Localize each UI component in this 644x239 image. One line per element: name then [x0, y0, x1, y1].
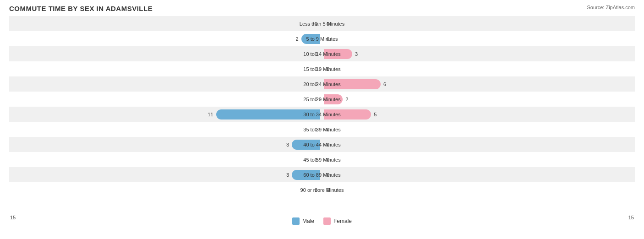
bar-female: 3 [324, 49, 352, 59]
female-value: 0 [327, 187, 329, 193]
chart-row: 3 40 to 44 Minutes 0 [9, 137, 635, 152]
left-section: 3 [9, 170, 322, 180]
male-value: 0 [315, 21, 317, 27]
right-section: 2 [322, 94, 635, 104]
bar-female: 6 [324, 79, 381, 89]
female-value: 0 [327, 21, 329, 27]
right-section: 6 [322, 79, 635, 89]
left-section: 0 [9, 185, 322, 195]
female-value: 0 [327, 36, 329, 42]
bar-male: 2 [301, 34, 320, 44]
chart-row: 3 60 to 89 Minutes 0 [9, 167, 635, 182]
female-value: 0 [327, 157, 329, 163]
legend: Male Female [292, 217, 352, 225]
bar-male: 11 [216, 109, 320, 120]
bar-female: 5 [324, 109, 371, 120]
male-value: 0 [315, 97, 317, 102]
male-value: 11 [207, 112, 213, 117]
left-section: 2 [9, 34, 322, 44]
female-value: 6 [383, 81, 386, 87]
left-section: 11 [9, 109, 322, 120]
male-value: 0 [315, 81, 317, 87]
male-value: 3 [286, 172, 289, 178]
right-section: 0 [322, 155, 635, 165]
left-section: 0 [9, 155, 322, 165]
left-section: 0 [9, 125, 322, 135]
female-value: 2 [345, 97, 348, 102]
male-value: 3 [286, 142, 289, 147]
right-section: 0 [322, 170, 635, 180]
bar-female: 2 [324, 94, 343, 104]
chart-row: 2 5 to 9 Minutes 0 [9, 31, 635, 46]
chart-row: 0 20 to 24 Minutes 6 [9, 76, 635, 92]
female-value: 5 [374, 112, 377, 117]
chart-row: 0 45 to 59 Minutes 0 [9, 152, 635, 167]
axis-labels: 15 Male Female 15 [9, 215, 635, 225]
chart-area: 0 Less than 5 Minutes 0 2 5 to 9 Minutes… [9, 16, 635, 213]
female-value: 0 [327, 142, 329, 147]
bar-male: 3 [292, 170, 320, 180]
chart-row: 0 35 to 39 Minutes 0 [9, 122, 635, 137]
chart-row: 0 Less than 5 Minutes 0 [9, 16, 635, 31]
female-value: 0 [327, 127, 329, 132]
female-value: 0 [327, 66, 329, 72]
female-value: 0 [327, 172, 329, 178]
right-section: 5 [322, 109, 635, 120]
source-label: Source: ZipAtlas.com [587, 5, 635, 10]
chart-title: COMMUTE TIME BY SEX IN ADAMSVILLE [9, 5, 635, 12]
right-section: 0 [322, 19, 635, 29]
chart-container: COMMUTE TIME BY SEX IN ADAMSVILLE Source… [0, 0, 644, 239]
legend-male-label: Male [302, 218, 314, 224]
right-section: 3 [322, 49, 635, 59]
male-value: 0 [315, 157, 317, 163]
right-section: 0 [322, 125, 635, 135]
legend-female: Female [323, 217, 352, 225]
chart-row: 0 15 to 19 Minutes 0 [9, 61, 635, 76]
right-section: 0 [322, 185, 635, 195]
male-value: 0 [315, 51, 317, 57]
bar-male: 3 [292, 140, 320, 150]
left-section: 0 [9, 94, 322, 104]
chart-row: 0 90 or more Minutes 0 [9, 182, 635, 197]
chart-row: 0 10 to 14 Minutes 3 [9, 46, 635, 61]
male-value: 0 [315, 66, 317, 72]
male-value: 2 [296, 36, 299, 42]
legend-male-box [292, 217, 300, 225]
legend-male: Male [292, 217, 314, 225]
left-section: 0 [9, 19, 322, 29]
left-section: 0 [9, 79, 322, 89]
right-section: 0 [322, 34, 635, 44]
axis-right: 15 [628, 215, 634, 225]
male-value: 0 [315, 127, 317, 132]
right-section: 0 [322, 64, 635, 74]
male-value: 0 [315, 187, 317, 193]
female-value: 3 [355, 51, 358, 57]
left-section: 3 [9, 140, 322, 150]
left-section: 0 [9, 64, 322, 74]
left-section: 0 [9, 49, 322, 59]
chart-row: 11 30 to 34 Minutes 5 [9, 107, 635, 122]
right-section: 0 [322, 140, 635, 150]
chart-row: 0 25 to 29 Minutes 2 [9, 92, 635, 107]
axis-left: 15 [10, 215, 16, 225]
legend-female-label: Female [333, 218, 352, 224]
legend-female-box [323, 217, 331, 225]
